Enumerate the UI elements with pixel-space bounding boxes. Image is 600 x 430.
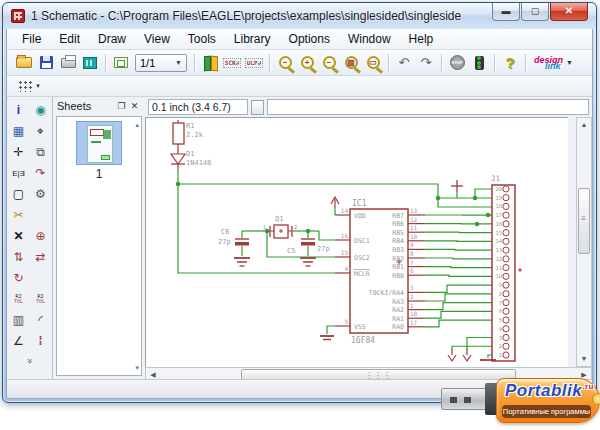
svg-text:6: 6 bbox=[499, 308, 502, 314]
go-button[interactable] bbox=[468, 52, 490, 74]
invoke-tool-icon[interactable]: ⁞ bbox=[31, 331, 51, 351]
palette-spacer bbox=[31, 268, 51, 288]
open-button[interactable] bbox=[13, 52, 35, 74]
add-part-tool-icon[interactable]: ⊕ bbox=[31, 226, 51, 246]
menu-tools[interactable]: Tools bbox=[179, 30, 225, 48]
replace-tool-icon[interactable]: ⇄ bbox=[31, 247, 51, 267]
stop-button[interactable]: STOP bbox=[446, 52, 468, 74]
coordinate-command-bar: 0.1 inch (3.4 6.7) bbox=[145, 97, 592, 117]
svg-text:RA0: RA0 bbox=[392, 323, 404, 331]
mirror-tool-icon[interactable]: E|Ǝ bbox=[9, 163, 29, 183]
svg-text:RB1: RB1 bbox=[392, 263, 404, 271]
title-bar[interactable]: 1 Schematic - C:\Program Files\EAGLE\pro… bbox=[3, 3, 596, 29]
component-c6[interactable]: C627p bbox=[218, 228, 250, 266]
undo-icon: ↶ bbox=[399, 56, 410, 69]
group-tool-icon[interactable]: ▢ bbox=[9, 184, 29, 204]
component-ic1[interactable]: IC116F8414VDD16OSC115OSC24MCLR5VSS13RB71… bbox=[335, 199, 425, 345]
menu-library[interactable]: Library bbox=[225, 30, 280, 48]
print-button[interactable] bbox=[57, 52, 79, 74]
maximize-button[interactable]: ▢ bbox=[521, 3, 549, 21]
mark-toggle-button[interactable] bbox=[251, 100, 264, 115]
svg-text:8: 8 bbox=[410, 250, 414, 257]
zoom-select-button[interactable]: ▭ bbox=[362, 52, 384, 74]
script-button[interactable]: SCR↲ bbox=[221, 52, 243, 74]
zoom-redraw-button[interactable]: ▧ bbox=[340, 52, 362, 74]
menu-view[interactable]: View bbox=[135, 30, 179, 48]
menu-options[interactable]: Options bbox=[280, 30, 339, 48]
cut-knife-tool-icon[interactable]: ✂ bbox=[9, 205, 29, 225]
scroll-up-icon[interactable]: ▲ bbox=[577, 118, 591, 132]
svg-text:16: 16 bbox=[341, 232, 349, 239]
change-wrench-tool-icon[interactable]: ⚙ bbox=[31, 184, 51, 204]
scroll-down-icon[interactable]: ▾ bbox=[135, 364, 139, 372]
info-tool-icon[interactable]: i bbox=[9, 100, 29, 120]
ulp-icon: ULP↲ bbox=[245, 58, 263, 68]
display-layers-tool-icon[interactable]: ▦ bbox=[9, 121, 29, 141]
brand-tld-text: .ru bbox=[582, 382, 594, 391]
component-r1[interactable]: R12.2k bbox=[173, 120, 204, 154]
save-button[interactable] bbox=[35, 52, 57, 74]
component-q1[interactable]: Q112 bbox=[263, 215, 298, 238]
switch-to-board-button[interactable] bbox=[110, 52, 132, 74]
smash-tool-icon[interactable]: ▥ bbox=[9, 310, 29, 330]
pinswap-tool-icon[interactable]: ⇅ bbox=[9, 247, 29, 267]
component-d1[interactable]: D11N4148 bbox=[171, 150, 211, 170]
svg-text:VDD: VDD bbox=[354, 212, 366, 220]
delete-tool-icon[interactable]: ✕ bbox=[9, 226, 29, 246]
move-tool-icon[interactable]: ✛ bbox=[9, 142, 29, 162]
show-eye-tool-icon[interactable]: ◉ bbox=[31, 100, 51, 120]
vertical-scrollbar[interactable]: ▲ ≡ ▼ bbox=[576, 117, 592, 367]
help-button[interactable]: ? bbox=[499, 52, 521, 74]
minimize-button[interactable]: ▬ bbox=[492, 3, 520, 21]
panel-float-button[interactable]: ❐ bbox=[115, 100, 128, 113]
scroll-up-icon[interactable]: ▴ bbox=[135, 121, 139, 129]
redo-button[interactable]: ↷ bbox=[415, 52, 437, 74]
name-tool-icon[interactable]: R2TOL bbox=[9, 289, 29, 309]
coordinate-display: 0.1 inch (3.4 6.7) bbox=[148, 99, 248, 115]
traffic-light-icon bbox=[475, 56, 484, 70]
gateswap-tool-icon[interactable]: ↻ bbox=[9, 268, 29, 288]
svg-text:17: 17 bbox=[495, 212, 502, 218]
ground-symbols[interactable] bbox=[320, 336, 496, 361]
close-button[interactable]: ✕ bbox=[550, 3, 588, 21]
component-j1[interactable]: J12019181716151413121110987654321 bbox=[491, 174, 522, 361]
menu-file[interactable]: File bbox=[13, 30, 50, 48]
svg-text:11: 11 bbox=[410, 224, 418, 231]
panel-close-button[interactable]: ✕ bbox=[128, 100, 141, 113]
svg-text:27p: 27p bbox=[218, 238, 231, 246]
ulp-button[interactable]: ULP↲ bbox=[243, 52, 265, 74]
undo-button[interactable]: ↶ bbox=[393, 52, 415, 74]
designlink-button[interactable]: design link ▼ bbox=[534, 56, 573, 70]
miter-tool-icon[interactable]: ◜ bbox=[31, 310, 51, 330]
cam-button[interactable] bbox=[79, 52, 101, 74]
svg-text:9: 9 bbox=[410, 241, 414, 248]
menu-help[interactable]: Help bbox=[400, 30, 443, 48]
sheet-selector[interactable]: 1/1 ▼ bbox=[135, 54, 187, 72]
mark-tool-icon[interactable]: ⌖ bbox=[31, 121, 51, 141]
svg-text:9: 9 bbox=[499, 282, 502, 288]
schematic-canvas[interactable]: R12.2kD11N4148Q112C627pC527pIC116F8414VD… bbox=[145, 117, 568, 367]
scroll-down-icon[interactable]: ▼ bbox=[577, 352, 591, 366]
menu-edit[interactable]: Edit bbox=[50, 30, 89, 48]
command-line-input[interactable] bbox=[267, 99, 589, 115]
component-c5[interactable]: C527p bbox=[287, 239, 330, 266]
svg-text:13: 13 bbox=[410, 207, 418, 214]
menu-draw[interactable]: Draw bbox=[89, 30, 135, 48]
sheet-item-1[interactable]: 1 bbox=[68, 121, 130, 181]
sheet-number: 1 bbox=[68, 167, 130, 181]
copy-tool-icon[interactable]: ⧉ bbox=[31, 142, 51, 162]
value-tool-icon[interactable]: R2TOL bbox=[31, 289, 51, 309]
menu-window[interactable]: Window bbox=[339, 30, 400, 48]
zoom-in-button[interactable]: + bbox=[296, 52, 318, 74]
svg-text:OSC1: OSC1 bbox=[354, 237, 370, 245]
library-button[interactable] bbox=[199, 52, 221, 74]
svg-text:1N4148: 1N4148 bbox=[186, 159, 211, 167]
rotate-tool-icon[interactable]: ↷ bbox=[31, 163, 51, 183]
palette-more-chevron-icon[interactable]: » bbox=[7, 355, 52, 365]
zoom-fit-button[interactable]: − bbox=[274, 52, 296, 74]
vertical-scroll-thumb[interactable]: ≡ bbox=[578, 188, 590, 254]
zoom-out-button[interactable]: − bbox=[318, 52, 340, 74]
split-tool-icon[interactable]: ∠ bbox=[9, 331, 29, 351]
grid-button[interactable]: ▾ bbox=[12, 75, 46, 97]
svg-text:RB0: RB0 bbox=[392, 272, 404, 280]
